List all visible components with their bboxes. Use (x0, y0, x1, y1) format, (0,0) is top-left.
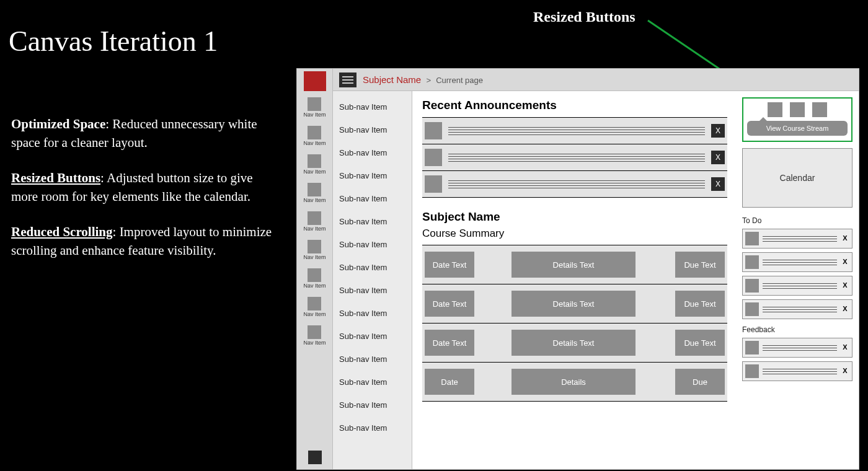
feedback-item[interactable]: X (742, 361, 852, 381)
subnav-item[interactable]: Sub-nav Item (333, 123, 412, 137)
breadcrumb-subject[interactable]: Subject Name (363, 74, 421, 85)
todo-item[interactable]: X (742, 276, 852, 296)
nav-label: Nav Item (303, 340, 326, 346)
subnav-item[interactable]: Sub-nav Item (333, 421, 412, 435)
subnav-item[interactable]: Sub-nav Item (333, 398, 412, 412)
course-summary-table: Date Text Details Text Due Text Date Tex… (422, 245, 727, 402)
nav-item[interactable]: Nav Item (303, 240, 326, 260)
nav-item[interactable]: Nav Item (303, 126, 326, 146)
subnav-item[interactable]: Sub-nav Item (333, 214, 412, 229)
subnav-item[interactable]: Sub-nav Item (333, 306, 412, 320)
announcements-heading: Recent Announcements (422, 99, 727, 112)
subnav-item[interactable]: Sub-nav Item (333, 260, 412, 275)
hamburger-icon[interactable] (339, 73, 356, 87)
action-button[interactable] (768, 102, 782, 117)
item-icon (745, 232, 759, 245)
feedback-heading: Feedback (742, 325, 852, 334)
subject-heading: Subject Name (422, 210, 727, 224)
subnav-item[interactable]: Sub-nav Item (333, 191, 412, 206)
dismiss-icon[interactable]: X (841, 258, 849, 266)
nav-icon (308, 97, 321, 111)
dismiss-button[interactable]: X (711, 151, 725, 164)
calendar-widget[interactable]: Calendar (742, 148, 852, 208)
item-icon (745, 279, 759, 293)
summary-date: Date Text (425, 330, 474, 356)
nav-icon (308, 183, 321, 196)
right-sidebar: View Course Stream Calendar To Do X X X … (737, 91, 859, 469)
action-button[interactable] (812, 102, 827, 117)
nav-item[interactable]: Nav Item (303, 211, 326, 232)
nav-item[interactable]: Nav Item (303, 97, 326, 118)
breadcrumb-separator: > (423, 76, 433, 85)
item-icon (745, 255, 759, 269)
announcement-row[interactable]: X (422, 144, 727, 171)
item-icon (745, 341, 759, 354)
view-course-stream-button[interactable]: View Course Stream (747, 121, 848, 136)
subnav-item[interactable]: Sub-nav Item (333, 352, 412, 366)
subnav-item[interactable]: Sub-nav Item (333, 283, 412, 297)
action-button[interactable] (790, 102, 805, 117)
app-logo[interactable] (304, 71, 326, 91)
nav-label: Nav Item (303, 140, 326, 146)
announcement-row[interactable]: X (422, 171, 727, 198)
nav-item[interactable]: Nav Item (303, 297, 326, 317)
nav-icon (308, 240, 321, 253)
nav-item[interactable]: Nav Item (303, 325, 326, 346)
breadcrumb-current: Current page (436, 76, 483, 85)
bullet-key-1: Resized Buttons (11, 170, 100, 185)
todo-item[interactable]: X (742, 299, 852, 319)
subnav-item[interactable]: Sub-nav Item (333, 237, 412, 252)
placeholder-lines (763, 283, 837, 289)
dismiss-button[interactable]: X (711, 177, 725, 191)
summary-details: Details Text (512, 330, 636, 356)
placeholder-lines (763, 345, 837, 351)
nav-icon (308, 211, 321, 225)
announcement-icon (425, 149, 442, 166)
nav-item[interactable]: Nav Item (303, 183, 326, 203)
subnav-item[interactable]: Sub-nav Item (333, 329, 412, 343)
announcement-row[interactable]: X (422, 118, 727, 144)
dismiss-icon[interactable]: X (841, 234, 849, 243)
placeholder-lines (763, 260, 837, 265)
dismiss-icon[interactable]: X (841, 305, 849, 314)
todo-item[interactable]: X (742, 229, 852, 249)
summary-date: Date Text (425, 291, 474, 317)
top-bar: Subject Name > Current page (333, 69, 859, 91)
summary-row[interactable]: Date Text Details Text Due Text (422, 324, 727, 363)
summary-details: Details (512, 369, 636, 395)
dismiss-button[interactable]: X (711, 124, 725, 138)
summary-row[interactable]: Date Text Details Text Due Text (422, 245, 727, 284)
course-summary-heading: Course Summary (422, 227, 727, 240)
nav-icon (308, 126, 321, 139)
announcements-list: X X X (422, 117, 727, 198)
subnav-item[interactable]: Sub-nav Item (333, 169, 412, 183)
nav-label: Nav Item (303, 197, 326, 203)
todo-heading: To Do (742, 216, 852, 225)
subnav-item[interactable]: Sub-nav Item (333, 146, 412, 160)
feedback-item[interactable]: X (742, 338, 852, 358)
dismiss-icon[interactable]: X (841, 281, 849, 290)
placeholder-lines (448, 127, 705, 135)
todo-item[interactable]: X (742, 252, 852, 272)
dismiss-icon[interactable]: X (841, 367, 849, 376)
nav-footer-icon[interactable] (308, 451, 322, 464)
summary-due: Due Text (675, 252, 725, 278)
nav-item[interactable]: Nav Item (303, 154, 326, 175)
course-subnav: Sub-nav Item Sub-nav Item Sub-nav Item S… (333, 91, 412, 469)
summary-row[interactable]: Date Details Due (422, 363, 727, 402)
nav-icon (308, 325, 321, 339)
summary-due: Due Text (675, 330, 725, 356)
nav-label: Nav Item (303, 226, 326, 232)
summary-due: Due Text (675, 291, 725, 317)
wireframe-window: Nav Item Nav Item Nav Item Nav Item Nav … (296, 68, 859, 470)
resized-buttons-highlight: View Course Stream (742, 97, 852, 142)
placeholder-lines (763, 369, 837, 374)
summary-row[interactable]: Date Text Details Text Due Text (422, 284, 727, 324)
action-button-row (747, 102, 848, 117)
summary-details: Details Text (512, 291, 636, 317)
nav-item[interactable]: Nav Item (303, 268, 326, 289)
subnav-item[interactable]: Sub-nav Item (333, 100, 412, 114)
announcement-icon (425, 175, 442, 193)
subnav-item[interactable]: Sub-nav Item (333, 375, 412, 389)
dismiss-icon[interactable]: X (841, 343, 849, 352)
